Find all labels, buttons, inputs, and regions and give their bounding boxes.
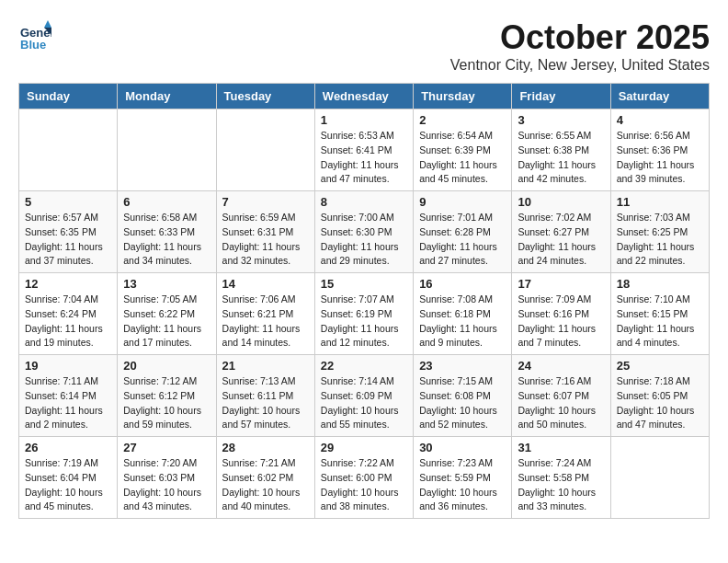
month-title: October 2025 <box>450 18 710 57</box>
calendar-table: SundayMondayTuesdayWednesdayThursdayFrid… <box>18 83 710 519</box>
calendar-week-4: 19Sunrise: 7:11 AM Sunset: 6:14 PM Dayli… <box>19 355 710 437</box>
day-number: 18 <box>617 277 703 291</box>
calendar-cell: 31Sunrise: 7:24 AM Sunset: 5:58 PM Dayli… <box>512 437 610 519</box>
calendar-cell: 2Sunrise: 6:54 AM Sunset: 6:39 PM Daylig… <box>414 109 512 191</box>
day-info: Sunrise: 6:56 AM Sunset: 6:36 PM Dayligh… <box>617 129 703 187</box>
day-info: Sunrise: 7:13 AM Sunset: 6:11 PM Dayligh… <box>222 374 309 432</box>
day-number: 13 <box>123 277 210 291</box>
calendar-cell: 7Sunrise: 6:59 AM Sunset: 6:31 PM Daylig… <box>216 191 314 273</box>
day-info: Sunrise: 7:11 AM Sunset: 6:14 PM Dayligh… <box>25 374 111 432</box>
calendar-cell: 15Sunrise: 7:07 AM Sunset: 6:19 PM Dayli… <box>314 273 413 355</box>
logo-icon: General Blue <box>18 18 51 52</box>
day-number: 10 <box>518 195 604 209</box>
day-number: 15 <box>321 277 407 291</box>
day-info: Sunrise: 7:19 AM Sunset: 6:04 PM Dayligh… <box>25 456 111 514</box>
day-number: 12 <box>25 277 111 291</box>
day-number: 25 <box>617 359 703 373</box>
day-number: 7 <box>222 195 309 209</box>
day-info: Sunrise: 6:59 AM Sunset: 6:31 PM Dayligh… <box>222 211 309 269</box>
day-number: 30 <box>419 441 506 454</box>
calendar-cell: 17Sunrise: 7:09 AM Sunset: 6:16 PM Dayli… <box>512 273 610 355</box>
calendar-cell: 19Sunrise: 7:11 AM Sunset: 6:14 PM Dayli… <box>19 355 118 437</box>
title-block: October 2025 Ventnor City, New Jersey, U… <box>450 18 710 74</box>
day-info: Sunrise: 6:53 AM Sunset: 6:41 PM Dayligh… <box>321 129 407 187</box>
calendar-cell: 3Sunrise: 6:55 AM Sunset: 6:38 PM Daylig… <box>512 109 610 191</box>
weekday-header-friday: Friday <box>512 84 610 109</box>
day-info: Sunrise: 7:04 AM Sunset: 6:24 PM Dayligh… <box>25 293 111 350</box>
day-info: Sunrise: 7:21 AM Sunset: 6:02 PM Dayligh… <box>222 456 309 514</box>
weekday-header-monday: Monday <box>118 84 216 109</box>
day-number: 19 <box>25 359 111 373</box>
day-number: 11 <box>617 195 703 209</box>
day-info: Sunrise: 7:10 AM Sunset: 6:15 PM Dayligh… <box>617 293 703 350</box>
weekday-header-tuesday: Tuesday <box>216 84 314 109</box>
calendar-cell: 10Sunrise: 7:02 AM Sunset: 6:27 PM Dayli… <box>512 191 610 273</box>
day-number: 4 <box>617 113 703 127</box>
day-number: 6 <box>123 195 210 209</box>
day-number: 27 <box>123 441 210 454</box>
svg-marker-2 <box>44 20 51 28</box>
day-info: Sunrise: 7:12 AM Sunset: 6:12 PM Dayligh… <box>123 374 210 432</box>
calendar-cell: 8Sunrise: 7:00 AM Sunset: 6:30 PM Daylig… <box>314 191 413 273</box>
calendar-week-2: 5Sunrise: 6:57 AM Sunset: 6:35 PM Daylig… <box>19 191 710 273</box>
day-info: Sunrise: 7:03 AM Sunset: 6:25 PM Dayligh… <box>617 211 703 269</box>
day-number: 3 <box>518 113 604 127</box>
day-info: Sunrise: 7:14 AM Sunset: 6:09 PM Dayligh… <box>321 374 407 432</box>
day-number: 23 <box>419 359 506 373</box>
calendar-body: 1Sunrise: 6:53 AM Sunset: 6:41 PM Daylig… <box>19 109 710 519</box>
calendar-cell: 23Sunrise: 7:15 AM Sunset: 6:08 PM Dayli… <box>414 355 512 437</box>
page-header: General Blue October 2025 Ventnor City, … <box>18 18 710 74</box>
day-number: 28 <box>222 441 309 454</box>
calendar-cell: 14Sunrise: 7:06 AM Sunset: 6:21 PM Dayli… <box>216 273 314 355</box>
day-number: 17 <box>518 277 604 291</box>
calendar-cell: 1Sunrise: 6:53 AM Sunset: 6:41 PM Daylig… <box>314 109 413 191</box>
day-number: 20 <box>123 359 210 373</box>
calendar-cell <box>118 109 216 191</box>
day-info: Sunrise: 7:20 AM Sunset: 6:03 PM Dayligh… <box>123 456 210 514</box>
day-info: Sunrise: 7:00 AM Sunset: 6:30 PM Dayligh… <box>321 211 407 269</box>
day-info: Sunrise: 7:24 AM Sunset: 5:58 PM Dayligh… <box>518 456 604 514</box>
calendar-cell: 21Sunrise: 7:13 AM Sunset: 6:11 PM Dayli… <box>216 355 314 437</box>
day-info: Sunrise: 7:02 AM Sunset: 6:27 PM Dayligh… <box>518 211 604 269</box>
calendar-cell: 4Sunrise: 6:56 AM Sunset: 6:36 PM Daylig… <box>610 109 709 191</box>
day-info: Sunrise: 7:05 AM Sunset: 6:22 PM Dayligh… <box>123 293 210 350</box>
calendar-cell: 9Sunrise: 7:01 AM Sunset: 6:28 PM Daylig… <box>414 191 512 273</box>
calendar-cell: 30Sunrise: 7:23 AM Sunset: 5:59 PM Dayli… <box>414 437 512 519</box>
calendar-week-1: 1Sunrise: 6:53 AM Sunset: 6:41 PM Daylig… <box>19 109 710 191</box>
calendar-cell: 24Sunrise: 7:16 AM Sunset: 6:07 PM Dayli… <box>512 355 610 437</box>
calendar-week-5: 26Sunrise: 7:19 AM Sunset: 6:04 PM Dayli… <box>19 437 710 519</box>
day-number: 26 <box>25 441 111 454</box>
day-info: Sunrise: 6:58 AM Sunset: 6:33 PM Dayligh… <box>123 211 210 269</box>
weekday-header-wednesday: Wednesday <box>314 84 413 109</box>
calendar-cell: 26Sunrise: 7:19 AM Sunset: 6:04 PM Dayli… <box>19 437 118 519</box>
calendar-cell: 28Sunrise: 7:21 AM Sunset: 6:02 PM Dayli… <box>216 437 314 519</box>
day-info: Sunrise: 7:18 AM Sunset: 6:05 PM Dayligh… <box>617 374 703 432</box>
day-number: 21 <box>222 359 309 373</box>
day-number: 2 <box>419 113 506 127</box>
weekday-header-row: SundayMondayTuesdayWednesdayThursdayFrid… <box>19 84 710 109</box>
calendar-cell: 11Sunrise: 7:03 AM Sunset: 6:25 PM Dayli… <box>610 191 709 273</box>
calendar-cell: 5Sunrise: 6:57 AM Sunset: 6:35 PM Daylig… <box>19 191 118 273</box>
calendar-cell: 22Sunrise: 7:14 AM Sunset: 6:09 PM Dayli… <box>314 355 413 437</box>
calendar-cell: 12Sunrise: 7:04 AM Sunset: 6:24 PM Dayli… <box>19 273 118 355</box>
calendar-week-3: 12Sunrise: 7:04 AM Sunset: 6:24 PM Dayli… <box>19 273 710 355</box>
day-info: Sunrise: 7:08 AM Sunset: 6:18 PM Dayligh… <box>419 293 506 350</box>
day-info: Sunrise: 6:55 AM Sunset: 6:38 PM Dayligh… <box>518 129 604 187</box>
logo: General Blue <box>18 18 51 52</box>
day-number: 31 <box>518 441 604 454</box>
day-info: Sunrise: 7:22 AM Sunset: 6:00 PM Dayligh… <box>321 456 407 514</box>
day-number: 5 <box>25 195 111 209</box>
calendar-cell: 27Sunrise: 7:20 AM Sunset: 6:03 PM Dayli… <box>118 437 216 519</box>
day-number: 8 <box>321 195 407 209</box>
day-info: Sunrise: 7:07 AM Sunset: 6:19 PM Dayligh… <box>321 293 407 350</box>
day-info: Sunrise: 7:15 AM Sunset: 6:08 PM Dayligh… <box>419 374 506 432</box>
calendar-cell: 20Sunrise: 7:12 AM Sunset: 6:12 PM Dayli… <box>118 355 216 437</box>
day-info: Sunrise: 7:23 AM Sunset: 5:59 PM Dayligh… <box>419 456 506 514</box>
day-number: 29 <box>321 441 407 454</box>
day-info: Sunrise: 6:57 AM Sunset: 6:35 PM Dayligh… <box>25 211 111 269</box>
day-info: Sunrise: 6:54 AM Sunset: 6:39 PM Dayligh… <box>419 129 506 187</box>
calendar-cell: 6Sunrise: 6:58 AM Sunset: 6:33 PM Daylig… <box>118 191 216 273</box>
day-number: 9 <box>419 195 506 209</box>
location-title: Ventnor City, New Jersey, United States <box>450 57 710 74</box>
day-number: 1 <box>321 113 407 127</box>
